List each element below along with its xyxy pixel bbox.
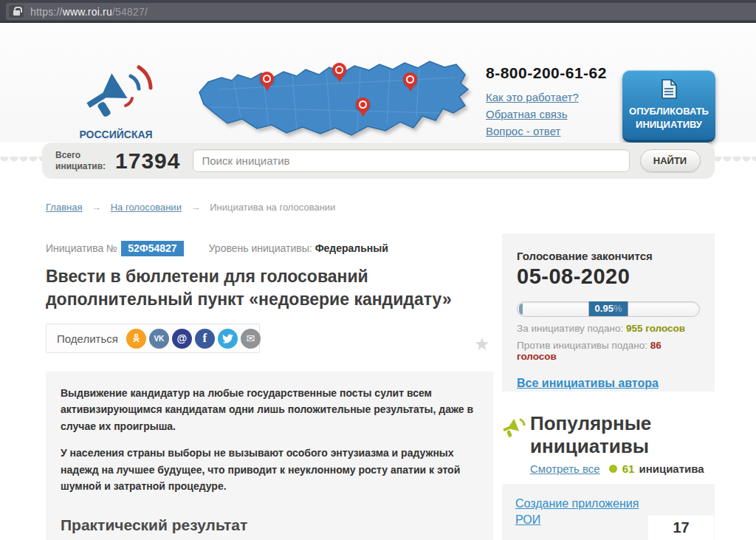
map-pin-icon (260, 72, 274, 86)
initiative-number-label: Инициатива № (46, 242, 117, 254)
russia-map-banner (189, 45, 478, 157)
votes-per-hour-value: 17 (648, 519, 714, 536)
green-dot-icon (609, 465, 617, 473)
map-pin-icon (332, 63, 346, 77)
see-all-link[interactable]: Смотреть все (530, 462, 600, 475)
votes-per-hour-box: 17 за час (648, 516, 714, 540)
map-pin-icon (403, 72, 417, 86)
odnoklassniki-share-icon[interactable] (126, 329, 146, 349)
breadcrumb-home-link[interactable]: Главная (46, 202, 82, 213)
popular-count-suffix: инициатива (639, 462, 704, 475)
votes-for-value: 955 голосов (626, 323, 685, 334)
popular-initiatives-title: Популярные инициативы (530, 412, 715, 457)
practical-result-heading: Практический результат (61, 516, 478, 534)
url-host: www.roi.ru (63, 6, 112, 18)
breadcrumb: Главная → На голосовании → Инициатива на… (46, 202, 756, 213)
breadcrumb-voting-link[interactable]: На голосовании (111, 202, 182, 213)
scallop-edge-right (713, 157, 756, 166)
search-bar: Всего инициатив: 17394 НАЙТИ (42, 143, 715, 179)
map-pin-icon (356, 98, 370, 112)
share-bar: Поделиться VK @ f ✉ (46, 324, 260, 353)
url-text: https://www.roi.ru/54827/ (30, 6, 148, 18)
document-icon (661, 79, 677, 99)
hotline-phone: 8-800-200-61-62 (486, 64, 619, 82)
votes-against-line: Против инициативы подано: 86 голосов (517, 340, 700, 362)
sidebar: Голосование закончится 05-08-2020 0.95% … (502, 233, 715, 540)
popular-initiatives-header: Популярные инициативы Смотреть все 61 ин… (502, 412, 715, 475)
initiative-meta: Инициатива №52Ф54827Уровень инициативы: … (46, 242, 493, 254)
search-strip: Всего инициатив: 17394 НАЙТИ (0, 143, 756, 180)
search-input[interactable] (193, 149, 630, 172)
facebook-share-icon[interactable]: f (195, 329, 215, 349)
initiative-body: Выдвижение кандидатур на любые государст… (46, 372, 493, 540)
url-bar[interactable]: https://www.roi.ru/54827/ (6, 3, 756, 20)
find-button[interactable]: НАЙТИ (640, 149, 701, 172)
how-it-works-link[interactable]: Как это работает? (486, 91, 619, 103)
vote-progress-bar: 0.95% (517, 301, 700, 317)
votes-for-line: За инициативу подано: 955 голосов (517, 323, 700, 334)
url-path: /54827/ (112, 6, 148, 18)
initiative-level-label: Уровень инициативы: (209, 242, 312, 254)
vote-end-date: 05-08-2020 (517, 264, 700, 289)
page-title: Ввести в бюллетени для голосований допол… (46, 265, 486, 311)
twitter-share-icon[interactable] (218, 329, 238, 349)
initiative-level-value: Федеральный (315, 242, 388, 254)
feedback-link[interactable]: Обратная связь (486, 108, 619, 120)
initiative-column: Инициатива №52Ф54827Уровень инициативы: … (46, 233, 493, 540)
publish-initiative-button[interactable]: ОПУБЛИКОВАТЬИНИЦИАТИВУ (622, 70, 715, 143)
lock-icon (9, 5, 24, 18)
author-initiatives-link[interactable]: Все инициативы автора (517, 377, 659, 390)
popular-count: 61 (622, 462, 635, 475)
favorite-star-icon[interactable]: ★ (474, 335, 490, 353)
publish-button-label: ОПУБЛИКОВАТЬИНИЦИАТИВУ (629, 106, 709, 130)
email-share-icon[interactable]: ✉ (241, 329, 261, 349)
main-content: Инициатива №52Ф54827Уровень инициативы: … (0, 233, 756, 539)
megaphone-icon (501, 415, 526, 439)
vk-share-icon[interactable]: VK (149, 329, 169, 349)
vote-progress-fill (519, 304, 523, 315)
total-initiatives-count: 17394 (115, 148, 180, 174)
share-label: Поделиться (57, 332, 118, 345)
megaphone-logo-icon (69, 60, 163, 122)
popular-initiative-card: Создание приложения РОИ 17 за час (502, 484, 715, 540)
breadcrumb-current: Инициатива на голосовании (210, 202, 335, 213)
breadcrumb-arrow-icon: → (191, 202, 201, 213)
site-header: РОССИЙСКАЯ ОБЩЕСТВЕННАЯ ИНИЦИАТИВА 8-800… (0, 23, 756, 142)
popular-sub-row: Смотреть все 61 инициатива (530, 462, 715, 475)
body-paragraph: Выдвижение кандидатур на любые государст… (61, 385, 478, 434)
votes-per-hour-label: за час (648, 537, 714, 540)
breadcrumb-arrow-icon: → (92, 202, 101, 213)
faq-link[interactable]: Вопрос - ответ (486, 125, 619, 137)
popular-initiative-link[interactable]: Создание приложения РОИ (515, 496, 641, 527)
initiative-number-badge: 52Ф54827 (121, 241, 183, 256)
russia-map (189, 45, 478, 157)
body-paragraph: У населения страны выборы не вызывают ос… (61, 445, 478, 494)
vote-card: Голосование закончится 05-08-2020 0.95% … (502, 233, 715, 392)
vote-ends-label: Голосование закончится (517, 250, 700, 262)
scallop-edge-left (0, 157, 43, 166)
vote-progress-label: 0.95% (589, 301, 628, 316)
total-initiatives-label: Всего инициатив: (55, 150, 106, 172)
browser-bar: https://www.roi.ru/54827/ (0, 0, 756, 23)
url-scheme: https:// (30, 6, 63, 18)
mailru-share-icon[interactable]: @ (172, 329, 192, 349)
